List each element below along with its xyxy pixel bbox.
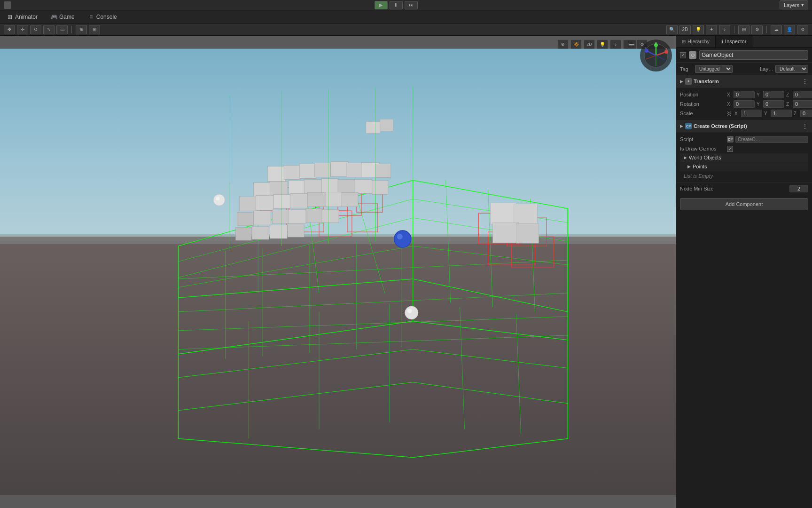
menubar: ⊞ Animator 🎮 Game ≡ Console [0,10,812,24]
scale-x-input[interactable] [741,110,762,117]
play-button[interactable]: ▶ [375,1,388,9]
fx-button[interactable]: ✦ [706,25,717,34]
svg-rect-70 [237,212,253,225]
audio-button[interactable]: ♪ [719,25,730,34]
svg-point-87 [407,309,412,313]
light-button[interactable]: 💡 [693,25,704,34]
svg-rect-65 [273,194,290,208]
hand-tool-button[interactable]: ✥ [4,25,15,34]
hierarchy-tab-label: Hierarchy [687,39,710,44]
rot-y-label: Y [757,102,761,107]
points-section-header[interactable]: ▶ Points [680,162,808,171]
game-icon: 🎮 [51,14,57,20]
pivot-button[interactable]: ⊕ [76,25,87,34]
topbar: ▶ ⏸ ⏭ Layers ▾ [0,0,812,10]
audio-toggle[interactable]: ♪ [610,40,621,49]
inspector-tab-label: Inspector [725,39,746,44]
add-component-button[interactable]: Add Component [680,198,808,210]
account-button[interactable]: 👤 [784,25,795,34]
script-reference[interactable]: CreateO… [735,136,808,143]
svg-rect-56 [270,181,288,196]
2d-toggle[interactable]: 2D [584,40,595,49]
draw-gizmos-checkbox[interactable]: ✓ [727,146,733,152]
scale-y-input[interactable] [771,110,792,117]
node-min-size-input[interactable] [789,185,808,192]
svg-rect-77 [252,226,269,239]
console-icon: ≡ [88,14,94,20]
octree-component-header[interactable]: ▶ C# Create Octree (Script) ⋮ [676,120,812,133]
svg-rect-76 [235,227,251,240]
search-button[interactable]: 🔍 [666,25,678,34]
hierarchy-icon: ⊞ [682,39,686,44]
rotation-x-input[interactable] [734,100,755,108]
gameobject-enable-checkbox[interactable] [680,52,686,58]
rotation-y-input[interactable] [763,100,784,108]
position-y-input[interactable] [763,91,784,98]
global-button[interactable]: ⊞ [89,25,100,34]
rect-tool-button[interactable]: ▭ [56,25,68,34]
transform-component-header[interactable]: ▶ ⌖ Transform ⋮ [676,75,812,88]
rotate-tool-button[interactable]: ↺ [30,25,41,34]
right-panel: ⊞ Hierarchy ℹ Inspector ⬡ Tag Untagged [676,36,812,508]
move-tool-button[interactable]: ✛ [17,25,28,34]
gameobject-name-input[interactable] [699,50,808,60]
scale-z-input[interactable] [800,110,812,117]
inspector-tab[interactable]: ℹ Inspector [716,36,752,47]
scene-menu-button[interactable] [627,40,636,49]
script-file-icon: C# [727,136,734,143]
svg-rect-79 [288,224,304,237]
points-label: Points [693,164,707,169]
layers-button[interactable]: Layers ▾ [780,0,808,9]
panel-tabs: ⊞ Hierarchy ℹ Inspector [676,36,812,48]
main-content: ⊛ 🔆 2D 💡 ♪ ✦ ⚙ x y [0,36,812,508]
persp-button[interactable]: ⊛ [557,40,569,49]
world-objects-section-header[interactable]: ▶ World Objects [680,153,808,162]
layer-select[interactable]: Default [775,65,808,73]
svg-rect-45 [366,121,380,133]
transform-arrow-icon: ▶ [680,79,683,84]
2d-button[interactable]: 2D [679,25,691,34]
svg-rect-61 [354,179,372,193]
transform-icon: ⌖ [685,78,692,85]
game-menu-item[interactable]: 🎮 Game [48,13,78,21]
console-menu-item[interactable]: ≡ Console [85,13,120,21]
topbar-right: Layers ▾ [780,0,808,9]
transform-menu-icon[interactable]: ⋮ [802,78,808,85]
octree-menu-icon[interactable]: ⋮ [802,122,808,130]
svg-rect-62 [372,180,388,194]
script-row: Script C# CreateO… [680,135,808,144]
step-button[interactable]: ⏭ [405,1,418,9]
animator-icon: ⊞ [7,14,13,20]
settings-button[interactable]: ⚙ [797,25,808,34]
octree-title: Create Octree (Script) [694,123,800,129]
rotation-z-input[interactable] [793,100,812,108]
layers-label: Layers [784,2,799,8]
hierarchy-tab[interactable]: ⊞ Hierarchy [676,36,716,47]
tag-select[interactable]: Untagged [695,65,733,73]
svg-rect-64 [256,195,273,210]
scale-tool-button[interactable]: ⤡ [43,25,55,34]
scale-row: Scale ⛓ X Y Z [680,109,808,118]
toolbar-right: 🔍 2D 💡 ✦ ♪ ⊞ ⚙ ☁ 👤 ⚙ [666,25,808,34]
pause-button[interactable]: ⏸ [390,1,403,9]
scene-viewport[interactable]: ⊛ 🔆 2D 💡 ♪ ✦ ⚙ x y [0,36,676,508]
svg-rect-1 [0,237,676,495]
grid-button[interactable]: ⊞ [738,25,750,34]
position-x-input[interactable] [734,91,755,98]
svg-rect-69 [342,192,358,206]
pos-x-label: X [727,92,732,97]
svg-rect-59 [321,178,338,192]
svg-rect-75 [322,209,339,222]
position-z-input[interactable] [793,91,812,98]
shading-button[interactable]: 🔆 [570,40,582,49]
gizmos-button[interactable]: ⚙ [751,25,763,34]
rotation-inputs: X Y Z [727,100,812,108]
lighting-toggle[interactable]: 💡 [597,40,608,49]
collab-button[interactable]: ☁ [771,25,782,34]
scene-gizmo[interactable]: x y z [640,40,672,71]
animator-menu-item[interactable]: ⊞ Animator [4,13,40,21]
svg-rect-2 [0,234,676,244]
points-content: List is Empty [680,171,808,181]
svg-rect-50 [314,163,330,177]
svg-rect-80 [491,203,516,224]
